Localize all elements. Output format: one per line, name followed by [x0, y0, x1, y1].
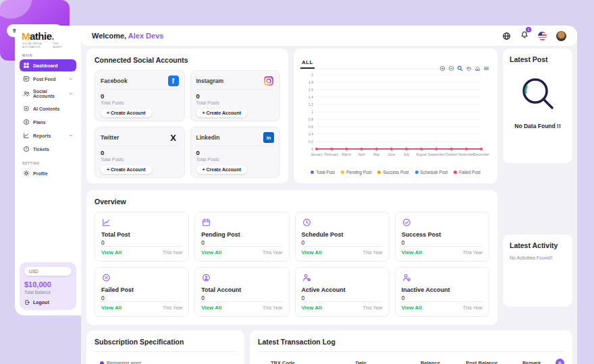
column-post-balance: Post Balance — [466, 360, 522, 364]
period-label: This Year — [163, 250, 182, 255]
line-chart-icon — [101, 218, 111, 227]
section-title: Overview — [94, 198, 489, 206]
sidebar-item-post-feed[interactable]: Post Feed — [20, 73, 76, 85]
card-title: Pending Post — [201, 231, 282, 238]
social-accounts-icon — [23, 90, 30, 97]
sidebar-item-ai-contents[interactable]: AI Contents — [20, 102, 76, 115]
notification-badge: 0 — [526, 27, 531, 32]
create-account-button[interactable]: + Create Account — [196, 165, 248, 174]
account-name: Facebook — [101, 78, 128, 84]
view-all-link[interactable]: View All — [302, 305, 322, 311]
card-value: 0 — [302, 239, 383, 246]
posts-chart-svg[interactable]: 21.81.61.41.210.80.60.40.20JanuaryFebrua… — [300, 69, 491, 166]
notifications-button[interactable]: 0 — [520, 30, 529, 42]
zoom-out-icon[interactable] — [448, 65, 454, 71]
chevron-down-icon — [69, 92, 73, 95]
card-value: 0 — [101, 295, 182, 301]
svg-text:April: April — [358, 152, 364, 156]
sidebar-item-profile[interactable]: Profile — [20, 167, 76, 179]
sidebar-item-dashboard[interactable]: Dashboard — [20, 59, 76, 71]
post-feed-icon — [23, 75, 30, 82]
svg-text:2: 2 — [311, 73, 313, 77]
view-all-link[interactable]: View All — [101, 249, 122, 255]
linkedin-account-card: Linkedin in 0 Total Posts + Create Accou… — [190, 127, 281, 178]
period-label: This Year — [363, 250, 383, 255]
dashboard-icon — [23, 62, 30, 69]
svg-text:0: 0 — [311, 147, 313, 151]
view-all-link[interactable]: View All — [201, 249, 221, 255]
avatar[interactable] — [556, 31, 566, 41]
svg-text:October: October — [446, 152, 458, 156]
pan-icon[interactable] — [466, 65, 472, 71]
facebook-account-card: Facebook f 0 Total Posts + Create Accoun… — [94, 70, 185, 121]
latest-post-card: Latest Post No Data Found !! — [503, 49, 572, 163]
account-total: 0 — [101, 149, 179, 156]
period-label: This Year — [363, 305, 383, 310]
svg-text:1.8: 1.8 — [308, 80, 313, 84]
card-value: 0 — [201, 239, 282, 246]
spec-legend-item[interactable]: Remaining word — [94, 361, 236, 364]
empty-state-text: No Data Found !! — [514, 123, 560, 129]
overview-pending-post: Pending Post 0 View AllThis Year — [194, 212, 289, 262]
legend-item[interactable]: Total Post — [310, 170, 335, 175]
currency-value: USD — [29, 269, 38, 274]
view-all-link[interactable]: View All — [402, 305, 422, 311]
sidebar-item-social-accounts[interactable]: Social Accounts — [20, 86, 76, 101]
card-title: Inactive Account — [402, 286, 483, 293]
sidebar-item-label: Plans — [33, 120, 46, 125]
top-header: Welcome, Alex Devs 0 — [81, 26, 577, 46]
overview-total-account: Total Account 0 View AllThis Year — [194, 267, 289, 317]
svg-text:May: May — [373, 152, 380, 156]
zoom-in-icon[interactable] — [439, 65, 446, 71]
logout-button[interactable]: Logout — [24, 299, 72, 305]
card-value: 0 — [302, 295, 383, 301]
legend-item[interactable]: Pending Post — [341, 170, 371, 175]
facebook-icon: f — [168, 75, 179, 86]
sidebar-item-tickets[interactable]: ? Tickets — [20, 143, 76, 155]
selection-zoom-icon[interactable] — [457, 65, 463, 71]
view-all-link[interactable]: View All — [402, 249, 422, 255]
legend-item[interactable]: Success Post — [377, 170, 408, 175]
plans-icon: $ — [23, 119, 30, 125]
plus-icon — [558, 361, 562, 364]
account-total-label: Total Posts — [101, 157, 179, 162]
overview-active-account: Active Account 0 View AllThis Year — [295, 267, 389, 317]
create-account-button[interactable]: + Create Account — [101, 109, 152, 117]
sidebar-section-main: MAIN — [22, 53, 76, 57]
check-circle-icon — [402, 218, 412, 227]
legend-item[interactable]: Failed Post — [454, 170, 481, 175]
svg-text:1.6: 1.6 — [308, 88, 313, 92]
view-all-link[interactable]: View All — [302, 249, 322, 255]
chart-tab-all[interactable]: ALL — [300, 59, 315, 69]
globe-icon[interactable] — [502, 32, 511, 40]
overview-failed-post: Failed Post 0 View AllThis Year — [94, 267, 189, 317]
overview-success-post: Success Post 0 View AllThis Year — [395, 212, 489, 262]
total-balance-label: Total Balance — [24, 290, 72, 295]
wallet-card: USD $10,000 Total Balance Logout — [20, 262, 76, 310]
latest-activity-card: Latest Activity No Activities Found!! — [503, 235, 572, 307]
card-value: 0 — [402, 239, 483, 246]
reset-zoom-home-icon[interactable] — [475, 65, 481, 71]
create-account-button[interactable]: + Create Account — [196, 109, 248, 117]
instagram-icon — [263, 75, 274, 86]
create-account-button[interactable]: + Create Account — [101, 165, 152, 174]
username: Alex Devs — [128, 32, 164, 40]
view-all-link[interactable]: View All — [201, 305, 221, 311]
calendar-icon — [201, 218, 211, 227]
svg-text:January: January — [310, 152, 323, 156]
language-flag-icon[interactable] — [538, 32, 547, 40]
sidebar-item-label: Tickets — [33, 147, 49, 152]
view-all-link[interactable]: View All — [101, 305, 122, 311]
svg-text:0.6: 0.6 — [308, 125, 313, 129]
legend-item[interactable]: Schedule Post — [415, 170, 448, 175]
sidebar-item-plans[interactable]: $ Plans — [20, 116, 76, 128]
clock-icon — [302, 218, 312, 227]
sidebar-item-reports[interactable]: Reports — [20, 129, 76, 142]
user-x-icon — [402, 273, 412, 282]
chart-menu-icon[interactable] — [483, 65, 489, 71]
add-transaction-button[interactable] — [556, 359, 564, 364]
currency-select[interactable]: USD — [24, 267, 72, 276]
overview-card: Overview Total Post 0 View AllThis Year … — [86, 190, 497, 325]
tickets-icon: ? — [23, 146, 30, 152]
logo-dot: . — [52, 30, 55, 42]
